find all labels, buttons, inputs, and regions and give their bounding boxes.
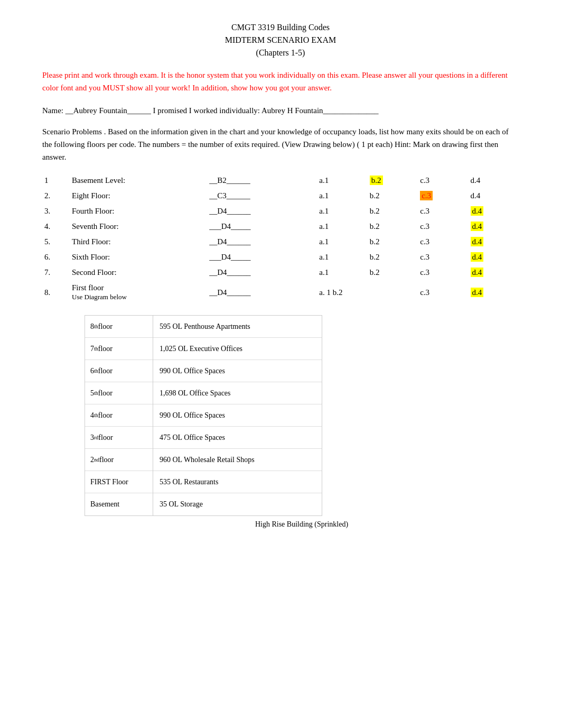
q-a: a.1 (317, 204, 367, 219)
q-num: 5. (42, 234, 70, 250)
table-row: 1 Basement Level: __B2______ a.1 b.2 c.3… (42, 173, 519, 188)
q-c: c.3 (418, 234, 468, 250)
floor-label: FIRST Floor (85, 471, 153, 493)
q-c: c.3 (418, 250, 468, 265)
q-num: 1 (42, 173, 70, 188)
q-b: b.2 (368, 234, 418, 250)
q-b: b.2 (368, 173, 418, 188)
q-c: c.3 (418, 280, 468, 305)
q-b: b.2 (368, 265, 418, 280)
name-line: Name: __Aubrey Fountain______ I promised… (42, 104, 519, 118)
q-a: a.1 (317, 173, 367, 188)
q-c: c.3 (418, 219, 468, 234)
q-label: Eight Floor: (70, 188, 207, 204)
q-d: d.4 (469, 188, 519, 204)
q-num: 3. (42, 204, 70, 219)
floor-label: 4th floor (85, 404, 153, 427)
q-d: d.4 (469, 219, 519, 234)
table-row: 6. Sixth Floor: ___D4_____ a.1 b.2 c.3 d… (42, 250, 519, 265)
floor-data: 1,025 OL Executive Offices (153, 338, 322, 360)
q-answer: __B2______ (207, 173, 317, 188)
table-row: 4. Seventh Floor: ___D4_____ a.1 b.2 c.3… (42, 219, 519, 234)
q-d: d.4 (469, 280, 519, 305)
floors-column: 8th floor7th floor6th floor5th floor4th … (85, 315, 153, 516)
q-a: a.1 (317, 188, 367, 204)
table-row: 7. Second Floor: __D4______ a.1 b.2 c.3 … (42, 265, 519, 280)
floor-data: 535 OL Restaurants (153, 471, 322, 493)
table-row: 8. First floorUse Diagram below __D4____… (42, 280, 519, 305)
q-d: d.4 (469, 234, 519, 250)
q-b: b.2 (368, 204, 418, 219)
scenario-intro: Scenario Problems . Based on the informa… (42, 125, 519, 163)
floor-label: 3rd floor (85, 427, 153, 449)
floor-label: 2nd floor (85, 449, 153, 471)
floor-label: 8th floor (85, 316, 153, 338)
diagram-container: 8th floor7th floor6th floor5th floor4th … (85, 315, 519, 516)
q-label: Second Floor: (70, 265, 207, 280)
page-header: CMGT 3319 Building Codes MIDTERM SCENARI… (42, 21, 519, 59)
q-c: c.3 (418, 204, 468, 219)
q-label: Fourth Floor: (70, 204, 207, 219)
q-answer: ___D4_____ (207, 219, 317, 234)
q-d: d.4 (469, 265, 519, 280)
q-answer: __D4______ (207, 280, 317, 305)
header-line3: (Chapters 1-5) (256, 48, 305, 57)
floor-data: 475 OL Office Spaces (153, 427, 322, 449)
q-a: a.1 (317, 219, 367, 234)
q-num: 2. (42, 188, 70, 204)
q-c: c.3 (418, 173, 468, 188)
q-answer: __D4______ (207, 234, 317, 250)
q-num: 8. (42, 280, 70, 305)
high-rise-note: High Rise Building (Sprinkled) (85, 520, 519, 529)
floor-label: Basement (85, 493, 153, 515)
q-b: b.2 (368, 250, 418, 265)
questions-table: 1 Basement Level: __B2______ a.1 b.2 c.3… (42, 173, 519, 305)
q-num: 7. (42, 265, 70, 280)
floor-data: 1,698 OL Office Spaces (153, 382, 322, 404)
q-d: d.4 (469, 173, 519, 188)
q-label: Sixth Floor: (70, 250, 207, 265)
table-row: 5. Third Floor: __D4______ a.1 b.2 c.3 d… (42, 234, 519, 250)
floor-label: 5th floor (85, 382, 153, 404)
floor-data: 990 OL Office Spaces (153, 404, 322, 427)
q-answer: __C3______ (207, 188, 317, 204)
q-num: 4. (42, 219, 70, 234)
header-line2: MIDTERM SCENARIO EXAM (225, 35, 336, 44)
q-a: a.1 (317, 265, 367, 280)
q-b: b.2 (368, 188, 418, 204)
q-b: b.2 (368, 219, 418, 234)
q-answer: __D4______ (207, 204, 317, 219)
q-answer: ___D4_____ (207, 250, 317, 265)
floor-data: 960 OL Wholesale Retail Shops (153, 449, 322, 471)
q-label: Basement Level: (70, 173, 207, 188)
table-row: 2. Eight Floor: __C3______ a.1 b.2 c.3 d… (42, 188, 519, 204)
q-label: Seventh Floor: (70, 219, 207, 234)
floor-data: 595 OL Penthouse Apartments (153, 316, 322, 338)
floor-label: 7th floor (85, 338, 153, 360)
q-d: d.4 (469, 204, 519, 219)
q-d: d.4 (469, 250, 519, 265)
q-c: c.3 (418, 188, 468, 204)
q-label: First floorUse Diagram below (70, 280, 207, 305)
q-a: a. 1 b.2 (317, 280, 418, 305)
floor-data: 35 OL Storage (153, 493, 322, 515)
q-label: Third Floor: (70, 234, 207, 250)
q-a: a.1 (317, 250, 367, 265)
header-line1: CMGT 3319 Building Codes (231, 23, 330, 32)
table-row: 3. Fourth Floor: __D4______ a.1 b.2 c.3 … (42, 204, 519, 219)
q-c: c.3 (418, 265, 468, 280)
data-column: 595 OL Penthouse Apartments1,025 OL Exec… (153, 315, 322, 516)
q-answer: __D4______ (207, 265, 317, 280)
floor-label: 6th floor (85, 360, 153, 382)
floor-data: 990 OL Office Spaces (153, 360, 322, 382)
q-num: 6. (42, 250, 70, 265)
instructions-text: Please print and work through exam. It i… (42, 69, 519, 94)
q-a: a.1 (317, 234, 367, 250)
